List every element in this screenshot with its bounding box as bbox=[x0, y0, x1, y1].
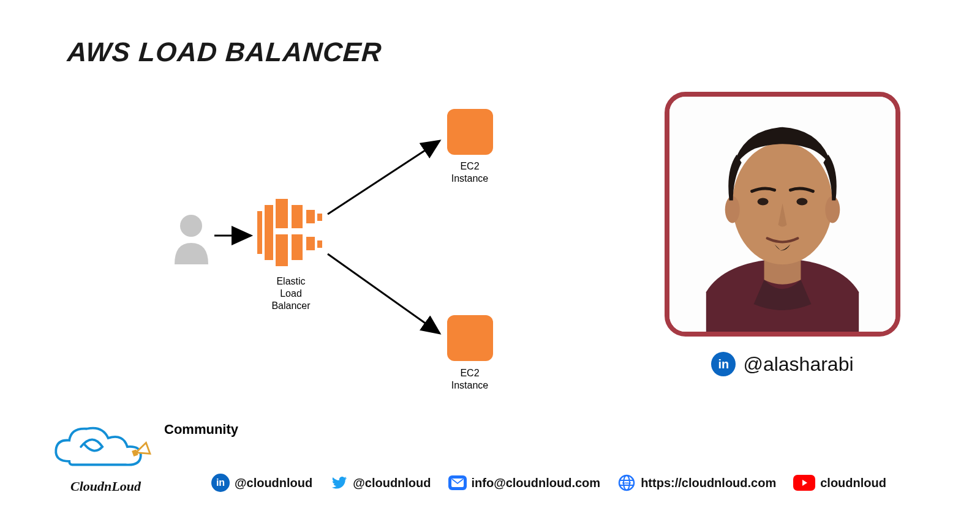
brand-name: CloudnLoud bbox=[70, 479, 141, 494]
social-row: in @cloudnloud @cloudnloud info@cloudnlo… bbox=[211, 474, 931, 492]
social-youtube[interactable]: cloudnloud bbox=[793, 475, 886, 491]
svg-rect-9 bbox=[317, 214, 322, 221]
youtube-icon bbox=[793, 475, 815, 491]
ec2-label-line: Instance bbox=[451, 173, 488, 184]
svg-rect-2 bbox=[265, 205, 273, 260]
elb-label: Elastic Load Balancer bbox=[263, 275, 318, 312]
svg-point-15 bbox=[733, 143, 833, 264]
cloudnloud-logo-icon bbox=[49, 419, 159, 477]
page-title: AWS LOAD BALANCER bbox=[66, 37, 383, 67]
social-linkedin[interactable]: in @cloudnloud bbox=[211, 474, 312, 492]
globe-icon: www bbox=[617, 474, 636, 492]
social-email[interactable]: info@cloudnloud.com bbox=[448, 475, 601, 490]
ec2-instance-icon bbox=[447, 315, 493, 361]
community-label: Community bbox=[164, 422, 238, 438]
svg-point-19 bbox=[796, 198, 807, 206]
social-linkedin-text: @cloudnloud bbox=[235, 476, 312, 490]
svg-line-12 bbox=[328, 141, 440, 214]
svg-rect-5 bbox=[292, 205, 303, 228]
architecture-diagram: Elastic Load Balancer EC2 Instance EC2 I… bbox=[172, 104, 514, 422]
social-website[interactable]: www https://cloudnloud.com bbox=[617, 474, 776, 492]
svg-rect-10 bbox=[317, 240, 322, 248]
elastic-load-balancer-icon bbox=[257, 199, 325, 266]
social-email-text: info@cloudnloud.com bbox=[472, 476, 601, 490]
svg-point-0 bbox=[180, 215, 202, 237]
community-logo-block: Community bbox=[49, 419, 238, 477]
elb-label-line: Elastic bbox=[276, 276, 305, 286]
linkedin-icon: in bbox=[711, 352, 736, 376]
ec2-label: EC2 Instance bbox=[439, 160, 500, 185]
svg-rect-7 bbox=[306, 210, 315, 223]
mail-icon bbox=[448, 475, 467, 490]
social-twitter-text: @cloudnloud bbox=[353, 476, 431, 490]
ec2-label: EC2 Instance bbox=[439, 367, 500, 392]
author-portrait bbox=[669, 97, 895, 332]
elb-label-line: Balancer bbox=[271, 300, 310, 311]
ec2-instance-icon bbox=[447, 109, 493, 155]
linkedin-icon: in bbox=[211, 474, 230, 492]
svg-rect-8 bbox=[306, 237, 315, 250]
social-youtube-text: cloudnloud bbox=[820, 476, 886, 490]
ec2-label-line: EC2 bbox=[460, 161, 479, 171]
twitter-icon bbox=[330, 474, 348, 492]
svg-rect-4 bbox=[276, 228, 292, 234]
svg-line-13 bbox=[328, 254, 440, 333]
svg-rect-1 bbox=[257, 211, 262, 254]
svg-point-18 bbox=[758, 198, 769, 206]
author-photo-frame bbox=[665, 92, 900, 337]
social-website-text: https://cloudnloud.com bbox=[641, 476, 776, 490]
ec2-label-line: EC2 bbox=[460, 368, 479, 378]
ec2-label-line: Instance bbox=[451, 380, 488, 390]
author-handle-text: @alasharabi bbox=[743, 353, 853, 376]
social-twitter[interactable]: @cloudnloud bbox=[330, 474, 431, 492]
elb-label-line: Load bbox=[280, 288, 302, 299]
user-icon bbox=[172, 212, 211, 264]
author-handle: in @alasharabi bbox=[665, 352, 900, 376]
svg-text:www: www bbox=[622, 481, 631, 485]
svg-rect-6 bbox=[292, 234, 303, 260]
